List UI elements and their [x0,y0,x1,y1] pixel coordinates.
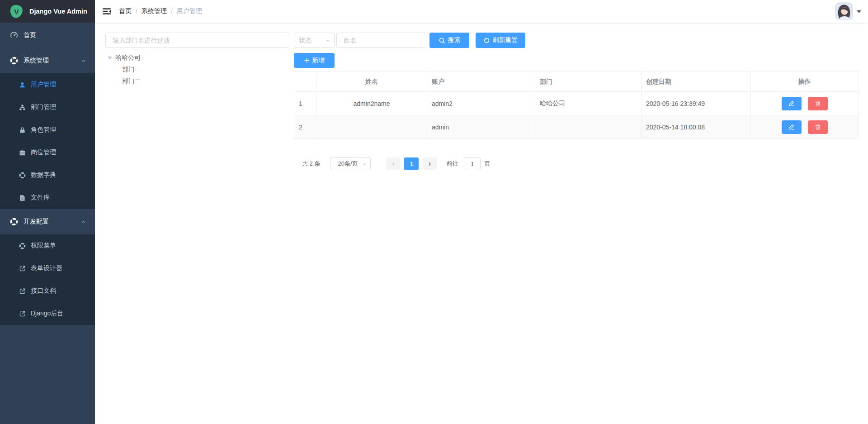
cell-actions [751,115,859,139]
add-button[interactable]: 新增 [294,53,335,68]
col-header-name: 姓名 [316,72,427,92]
sidebar-group-dev-config[interactable]: 开发配置 [0,209,95,234]
page-number-active[interactable]: 1 [404,157,419,170]
sidebar-item-user-mgmt[interactable]: 用户管理 [0,73,95,96]
sidebar-item-home[interactable]: 首页 [0,23,95,48]
sidebar-item-role-mgmt[interactable]: 角色管理 [0,119,95,141]
users-panel: 搜索 刷新重置 新增 [294,33,859,424]
top-navbar: 首页 / 系统管理 / 用户管理 [95,0,868,23]
next-page-button[interactable] [422,157,437,170]
table-row[interactable]: 2 admin 2020-05-14 18:00:08 [294,115,859,139]
document-icon [19,195,26,201]
breadcrumb-system-mgmt[interactable]: 系统管理 [142,7,167,15]
cell-account: admin [427,115,535,139]
sidebar-item-label: 首页 [24,31,36,39]
goto-page-input[interactable] [464,157,481,170]
filter-toolbar: 搜索 刷新重置 [294,33,859,48]
page-content: 哈哈公司 部门一 部门二 [95,23,868,424]
sidebar-item-label: 岗位管理 [31,148,56,157]
external-link-icon [19,265,26,272]
search-icon [439,37,445,44]
external-link-icon [19,288,26,295]
cell-created: 2020-05-14 18:00:08 [642,115,751,139]
table-row[interactable]: 1 admin2name admin2 哈哈公司 2020-05-16 23:3… [294,92,859,115]
chevron-up-icon [81,219,86,224]
hamburger-icon[interactable] [102,7,111,16]
sidebar-item-django-admin[interactable]: Django后台 [0,302,95,325]
chevron-up-icon [81,58,86,63]
edit-button[interactable] [782,97,802,110]
status-select[interactable] [294,33,335,48]
cell-index: 2 [294,115,316,139]
refresh-reset-button[interactable]: 刷新重置 [476,33,525,48]
page-size-value: 20条/页 [338,160,363,168]
app-root: V Django Vue Admin 首页 [0,0,868,424]
tree-node-label: 部门一 [122,66,141,74]
breadcrumb-current: 用户管理 [177,7,202,15]
sidebar-item-label: 权限菜单 [31,242,56,250]
breadcrumb: 首页 / 系统管理 / 用户管理 [119,7,202,15]
sidebar-item-permission-menu[interactable]: 权限菜单 [0,234,95,257]
tree-node-dept-2[interactable]: 部门二 [105,76,289,87]
sidebar-item-file-library[interactable]: 文件库 [0,186,95,209]
prev-page-button[interactable] [386,157,401,170]
plus-icon [304,57,310,63]
pagination: 共 2 条 20条/页 1 [294,157,859,170]
tree-node-label: 部门二 [122,77,141,86]
delete-button[interactable] [808,120,828,134]
dashboard-icon [10,31,18,39]
col-header-created: 创建日期 [642,72,751,92]
page-size-select[interactable]: 20条/页 [330,157,371,170]
add-button-label: 新增 [312,57,325,65]
edit-button[interactable] [782,120,802,134]
sidebar-item-post-mgmt[interactable]: 岗位管理 [0,141,95,164]
user-menu[interactable] [835,2,861,20]
refresh-icon [483,37,490,44]
sidebar: V Django Vue Admin 首页 [0,0,95,424]
system-icon [10,57,18,65]
submenu-system: 用户管理 部门管理 角色管理 [0,73,95,209]
col-header-account: 账户 [427,72,535,92]
status-select-input[interactable] [294,33,335,48]
department-panel: 哈哈公司 部门一 部门二 [105,33,289,424]
sidebar-item-api-docs[interactable]: 接口文档 [0,280,95,302]
sidebar-item-dept-mgmt[interactable]: 部门管理 [0,96,95,119]
sidebar-item-label: 数据字典 [31,171,56,179]
external-link-icon [19,310,26,317]
user-icon [19,81,26,88]
lock-icon [19,127,26,133]
compass-icon [10,218,18,226]
sidebar-item-data-dict[interactable]: 数据字典 [0,164,95,186]
avatar[interactable] [835,2,853,20]
table-header-row: 姓名 账户 部门 创建日期 操作 [294,72,859,92]
cell-index: 1 [294,92,316,115]
cell-department [535,115,642,139]
pagination-total: 共 2 条 [302,160,320,168]
users-table-container: 姓名 账户 部门 创建日期 操作 1 admin2name ad [294,71,859,139]
users-table: 姓名 账户 部门 创建日期 操作 1 admin2name ad [294,71,859,139]
logo[interactable]: V Django Vue Admin [0,0,95,23]
name-filter-input[interactable] [336,33,426,48]
sidebar-group-label: 开发配置 [24,218,49,226]
sidebar-item-label: 角色管理 [31,126,56,134]
sidebar-item-label: 用户管理 [31,81,56,89]
breadcrumb-separator: / [136,8,137,15]
svg-text:V: V [14,8,19,15]
tree-node-company[interactable]: 哈哈公司 [105,52,289,64]
breadcrumb-home[interactable]: 首页 [119,7,132,15]
sidebar-menu: 首页 系统管理 用户管理 [0,23,95,424]
col-header-actions: 操作 [751,72,859,92]
trash-icon [815,124,821,130]
sidebar-item-form-designer[interactable]: 表单设计器 [0,257,95,280]
delete-button[interactable] [808,97,828,110]
tree-node-dept-1[interactable]: 部门一 [105,64,289,76]
col-header-department: 部门 [535,72,642,92]
sidebar-item-label: 部门管理 [31,103,56,111]
department-filter-input[interactable] [105,33,289,48]
compass-icon [19,243,26,249]
sidebar-group-system[interactable]: 系统管理 [0,48,95,73]
sidebar-item-label: 文件库 [31,194,50,202]
search-button[interactable]: 搜索 [429,33,469,48]
trash-icon [815,100,821,107]
edit-pencil-icon [788,124,795,130]
